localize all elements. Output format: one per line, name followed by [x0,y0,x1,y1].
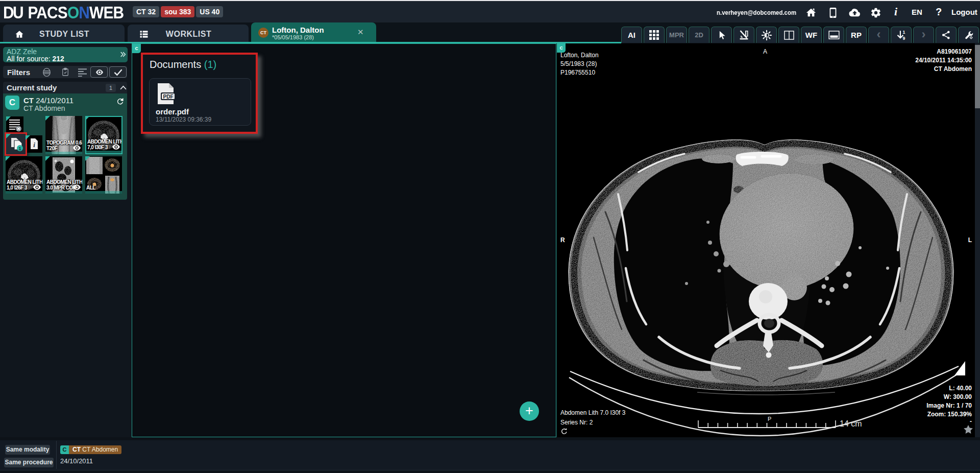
svg-text:PDF: PDF [163,94,174,100]
svg-text:1: 1 [903,30,905,35]
svg-text:9: 9 [903,36,905,40]
svg-text:P: P [768,416,771,422]
svg-text:i: i [33,141,35,149]
svg-text:1: 1 [18,146,21,151]
